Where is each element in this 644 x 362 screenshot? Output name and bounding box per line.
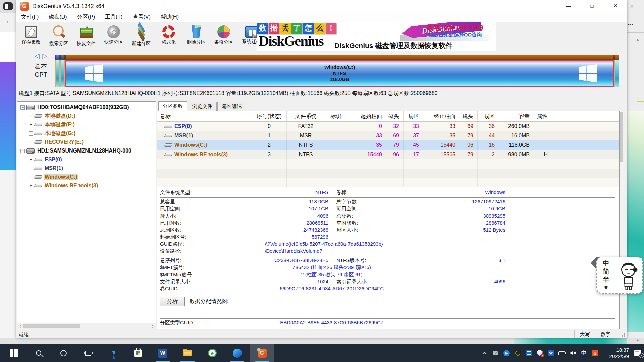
expand-expander-icon[interactable]: + <box>29 175 33 179</box>
tree-item-hd0[interactable]: −HD0:TOSHIBAMQ04ABF100(932GB) <box>17 103 156 112</box>
partition-row-msr[interactable]: MSR(1)1MSR33693735794416.0MB <box>157 131 619 140</box>
tree-item-hd1[interactable]: −HD1:SAMSUNGMZNLN128HAHQ-000 <box>17 146 156 155</box>
scroll-left-icon[interactable]: ◁ <box>17 323 23 329</box>
scroll-right-icon[interactable]: ▷ <box>150 323 156 329</box>
maximize-button[interactable]: □ <box>584 0 600 11</box>
quick-partition-button[interactable]: 快速分区 <box>100 23 127 50</box>
close-button[interactable]: × <box>608 0 623 11</box>
new-partition-button[interactable]: 新建分区 <box>127 23 155 50</box>
tray-messenger-icon[interactable] <box>503 350 510 356</box>
tree-item-windows-re-tools[interactable]: +Windows RE tools(3) <box>17 181 156 190</box>
backup-partition-button[interactable]: 备份分区 <box>210 23 237 50</box>
taskbar-explorer-button[interactable] <box>175 344 200 362</box>
tree-item-recovery-e[interactable]: +RECOVERY(E:) <box>17 138 156 146</box>
partition-row-windows-re-tools[interactable]: Windows RE tools(3)3NTFS1544096171556579… <box>157 150 619 159</box>
tray-ime-indicator[interactable]: 中 <box>581 350 587 356</box>
expand-expander-icon[interactable]: + <box>29 123 33 127</box>
tray-nvidia-icon[interactable] <box>514 350 521 356</box>
menu-disk[interactable]: 磁盘(D) <box>44 14 72 21</box>
format-button[interactable]: 格式化 <box>155 23 182 50</box>
column-header-2[interactable]: 文件系统 <box>287 111 325 121</box>
background-tab-icon[interactable] <box>3 2 13 10</box>
taskbar-browser-button[interactable]: e <box>200 344 225 362</box>
menu-file[interactable]: 文件(F) <box>16 14 44 21</box>
search-partition-button[interactable]: 搜索分区 <box>45 23 72 50</box>
next-disk-arrow-icon[interactable]: ▷ <box>42 52 47 59</box>
column-header-11[interactable]: 属性 <box>534 111 552 121</box>
tray-intel-icon[interactable] <box>525 350 532 356</box>
ime-mode-button[interactable]: 中 <box>602 259 610 267</box>
ime-mode-button[interactable]: 半 <box>602 276 610 284</box>
expand-expander-icon[interactable]: + <box>29 114 33 118</box>
collapse-expander-icon[interactable]: − <box>20 105 25 110</box>
recover-files-button[interactable]: 恢复文件 <box>72 23 100 50</box>
menu-help[interactable]: 帮助(H) <box>156 14 184 21</box>
taskbar-clock[interactable]: 18:37 2022/5/9 <box>603 347 629 359</box>
scroll-up-icon[interactable]: ▲ <box>636 38 639 41</box>
tray-snowflake-icon[interactable] <box>547 350 554 356</box>
scrollbar-thumb[interactable] <box>23 324 80 328</box>
tray-expand-button[interactable] <box>481 350 488 356</box>
partition-bar-re-tools[interactable] <box>614 55 619 87</box>
column-header-6[interactable]: 扇区 <box>404 111 423 121</box>
tab-partition-params[interactable]: 分区参数 <box>158 101 187 111</box>
column-header-9[interactable]: 扇区 <box>478 111 499 121</box>
column-header-0[interactable]: 卷标 <box>157 111 252 121</box>
save-changes-button[interactable]: 保存更改 <box>17 23 45 50</box>
tray-battery-icon[interactable] <box>558 350 565 356</box>
ad-qq-link[interactable]: 或点击此处选择QQ咨询 <box>415 32 495 38</box>
notification-center-button[interactable]: 2 <box>633 350 642 356</box>
prev-disk-arrow-icon[interactable]: ◁ <box>35 52 40 59</box>
column-header-5[interactable]: 磁头 <box>386 111 404 121</box>
tray-sogou-icon[interactable]: S <box>592 350 598 356</box>
scroll-down-icon[interactable]: ▼ <box>636 338 640 342</box>
menu-partition[interactable]: 分区(P) <box>72 14 100 21</box>
menu-view[interactable]: 查看(V) <box>127 14 155 21</box>
back-arrow-icon[interactable]: ← <box>5 17 13 25</box>
taskbar-lightning-app-button[interactable] <box>101 344 125 362</box>
tree-item-esp[interactable]: +ESP(0) <box>17 155 156 164</box>
taskbar-diskgenius-button[interactable]: G <box>250 344 274 362</box>
ad-banner[interactable]: 数据丢了怎么！ DiskGenius DiskGenius 致电: 400-00… <box>257 22 496 51</box>
tree-item-msr[interactable]: MSR(1) <box>17 164 156 173</box>
collapse-expander-icon[interactable]: − <box>20 149 25 153</box>
tray-utility-icon[interactable] <box>492 350 499 356</box>
tree-item-local-d[interactable]: +本地磁盘(D:) <box>17 112 156 120</box>
taskbar-edge-button[interactable] <box>225 344 250 362</box>
taskbar-store-button[interactable] <box>125 344 150 362</box>
column-header-8[interactable]: 磁头 <box>460 111 478 121</box>
partition-bar-esp[interactable] <box>55 55 60 87</box>
tray-defender-icon[interactable]: × <box>536 350 543 356</box>
expand-expander-icon[interactable]: + <box>29 184 33 188</box>
ime-status-panel[interactable]: 中简半♥ <box>596 257 643 294</box>
partition-row-esp[interactable]: ESP(0)0FAT3203233336936260.0MB <box>157 122 619 131</box>
expand-expander-icon[interactable]: + <box>29 131 33 136</box>
scrollbar-thumb[interactable] <box>620 112 623 162</box>
resize-grip[interactable] <box>621 332 625 337</box>
taskbar-search-button[interactable] <box>26 344 51 362</box>
tab-browse-files[interactable]: 浏览文件 <box>188 102 217 111</box>
column-header-7[interactable]: 终止柱面 <box>423 111 460 121</box>
column-header-3[interactable]: 标识 <box>325 111 347 121</box>
tree-item-local-f[interactable]: +本地磁盘(F:) <box>17 120 156 129</box>
background-close-icon[interactable]: × <box>630 3 634 10</box>
taskbar-cortana-button[interactable] <box>51 344 76 362</box>
column-header-4[interactable]: 起始柱面 <box>347 111 386 121</box>
tree-item-windows-c[interactable]: +Windows(C:) <box>17 173 156 181</box>
tray-volume-icon[interactable] <box>570 350 576 356</box>
partition-bar-windows-c[interactable]: Windows(C:) NTFS 118.0GB <box>65 55 614 87</box>
ime-mode-button[interactable]: 简 <box>602 267 610 276</box>
tree-horizontal-scrollbar[interactable]: ◁ ▷ <box>17 323 156 329</box>
taskbar-start-button[interactable] <box>1 344 26 362</box>
column-header-10[interactable]: 容量 <box>499 111 534 121</box>
expand-expander-icon[interactable]: + <box>29 140 33 144</box>
minimize-button[interactable]: — <box>561 0 576 11</box>
taskbar-task-view-button[interactable] <box>76 344 101 362</box>
ime-mode-button[interactable]: ♥ <box>602 284 610 292</box>
taskbar-word-button[interactable]: W <box>150 344 175 362</box>
delete-partition-button[interactable]: 删除分区 <box>182 23 210 50</box>
partition-row-windows-c[interactable]: Windows(C:)2NTFS357945154409616118.0GB <box>157 140 619 150</box>
tab-sector-edit[interactable]: 扇区编辑 <box>217 102 246 111</box>
tree-item-local-g[interactable]: +本地磁盘(G:) <box>17 129 156 138</box>
analyze-button[interactable]: 分析 <box>160 297 185 306</box>
